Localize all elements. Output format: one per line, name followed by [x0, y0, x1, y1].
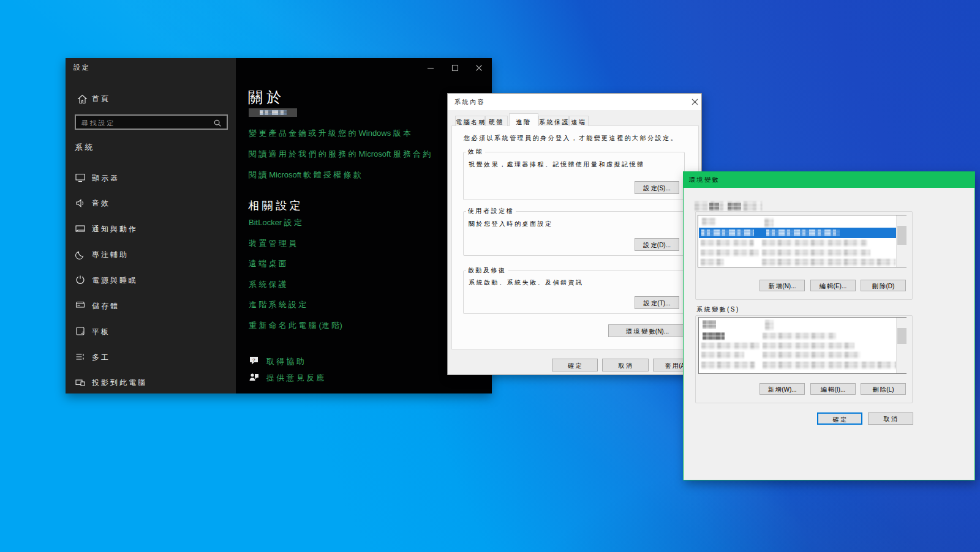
- svg-text:?: ?: [252, 357, 255, 363]
